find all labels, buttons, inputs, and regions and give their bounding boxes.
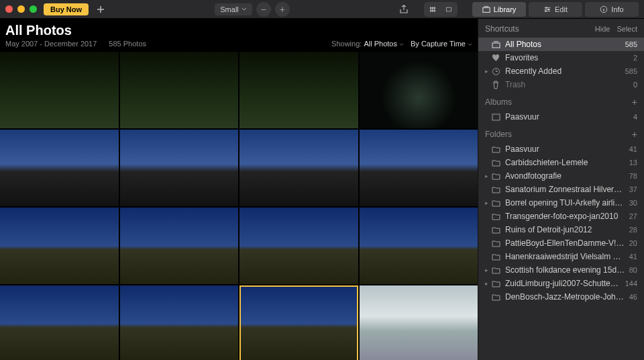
clock-icon	[490, 67, 501, 76]
disclosure-triangle[interactable]: ▸	[482, 173, 490, 179]
thumbnail-grid	[0, 50, 478, 360]
edit-tab-label: Edit	[555, 5, 568, 13]
sidebar-item[interactable]: Carbidschieten-Lemele13	[478, 156, 644, 169]
thumbnail[interactable]	[0, 130, 119, 206]
sidebar-item[interactable]: Trash0	[478, 78, 644, 91]
sidebar-item[interactable]: Paasvuur4	[478, 110, 644, 124]
album-icon	[490, 114, 501, 121]
thumbnail[interactable]	[360, 52, 478, 128]
mode-tabs: Library Edit Info	[470, 2, 639, 17]
grid-view-button[interactable]	[425, 3, 441, 16]
sidebar-item-count: 41	[629, 145, 637, 153]
library-tab[interactable]: Library	[472, 2, 526, 17]
sidebar-item[interactable]: ▸Scottish folkdance evening 15dec…80	[478, 263, 644, 277]
hide-button[interactable]: Hide	[595, 25, 610, 33]
thumbnail[interactable]	[360, 208, 478, 284]
edit-tab[interactable]: Edit	[529, 2, 582, 17]
sidebar-item[interactable]: PattieBoyd-EllenTenDamme-V!P's…20	[478, 236, 644, 250]
share-button[interactable]	[396, 3, 412, 16]
thumbnail[interactable]	[239, 208, 358, 284]
size-dropdown[interactable]: Small	[215, 3, 252, 15]
thumbnail[interactable]	[239, 52, 358, 128]
svg-rect-0	[430, 7, 431, 9]
disclosure-triangle[interactable]: ▸	[482, 199, 490, 206]
svg-point-10	[545, 10, 547, 12]
sidebar-item[interactable]: Ruins of Detroit-jun201228	[478, 223, 644, 236]
chevron-down-icon	[468, 43, 472, 46]
disclosure-triangle[interactable]: ▸	[482, 267, 490, 273]
date-range: May 2007 - December 2017	[5, 40, 97, 48]
thumbnail[interactable]	[0, 52, 119, 128]
photo-count: 585 Photos	[109, 40, 146, 48]
sidebar-item[interactable]: Transgender-foto-expo-jan201027	[478, 210, 644, 223]
add-folder-button[interactable]: +	[632, 129, 637, 140]
folders-header: Folders +	[478, 124, 644, 142]
sidebar-item[interactable]: ▸ZuidLimburg-juli2007-Schuttersf…144	[478, 277, 644, 290]
sidebar-item-count: 585	[625, 67, 637, 75]
chevron-down-icon	[241, 7, 247, 11]
sidebar-item-count: 41	[629, 253, 637, 261]
zoom-window[interactable]	[30, 5, 37, 13]
thumbnail[interactable]	[0, 208, 119, 284]
sidebar-item-count: 46	[629, 293, 637, 301]
thumbnail[interactable]	[0, 285, 119, 360]
close-window[interactable]	[5, 5, 13, 13]
showing-filter[interactable]: Showing: All Photos	[331, 40, 404, 48]
library-icon	[482, 5, 490, 13]
sidebar-item-label: Borrel opening TUI-Arkefly airline…	[505, 198, 625, 208]
sidebar-item-count: 585	[625, 40, 637, 48]
sidebar-item[interactable]: ▸Borrel opening TUI-Arkefly airline…30	[478, 196, 644, 210]
svg-rect-7	[483, 7, 490, 12]
sidebar-item-count: 78	[629, 172, 637, 180]
sidebar-item-label: Avondfotografie	[505, 171, 625, 181]
folder-icon	[490, 173, 501, 180]
svg-rect-2	[434, 7, 435, 9]
trash-icon	[490, 81, 501, 89]
size-increase-button[interactable]: +	[275, 2, 290, 17]
sidebar-item[interactable]: ▸Recently Added585	[478, 64, 644, 78]
thumbnail[interactable]	[120, 130, 239, 206]
thumbnail[interactable]	[120, 52, 239, 128]
thumbnail[interactable]	[120, 285, 239, 360]
single-view-button[interactable]	[441, 3, 457, 16]
sort-filter[interactable]: By Capture Time	[411, 40, 472, 48]
folder-icon	[490, 267, 501, 274]
sidebar-item[interactable]: Sanatorium Zonnestraal Hilversum37	[478, 183, 644, 196]
folder-icon	[490, 186, 501, 193]
sidebar-item[interactable]: Hanenkraaiwedstrijd Vielsalm 200741	[478, 250, 644, 263]
sidebar-item-label: Paasvuur	[505, 144, 625, 154]
size-decrease-button[interactable]: −	[256, 2, 271, 17]
svg-rect-6	[447, 7, 451, 11]
sidebar-item-label: Sanatorium Zonnestraal Hilversum	[505, 185, 625, 194]
disclosure-triangle[interactable]: ▸	[482, 68, 490, 75]
add-button[interactable]	[93, 3, 109, 16]
thumbnail[interactable]	[360, 285, 478, 360]
thumbnail[interactable]	[239, 285, 358, 360]
grid-icon	[430, 5, 435, 13]
content-area: All Photos May 2007 - December 2017 585 …	[0, 19, 478, 360]
thumbnail[interactable]	[239, 130, 358, 206]
sidebar-item[interactable]: All Photos585	[478, 38, 644, 51]
sidebar-item-label: DenBosch-Jazz-Metropole-JohnS…	[505, 292, 625, 302]
view-switch	[424, 2, 458, 17]
folder-icon	[490, 294, 501, 301]
folder-icon	[490, 159, 501, 167]
select-button[interactable]: Select	[616, 25, 637, 33]
thumbnail[interactable]	[120, 208, 239, 284]
info-tab[interactable]: Info	[585, 2, 639, 17]
sidebar-item[interactable]: Paasvuur41	[478, 142, 644, 156]
thumbnail[interactable]	[360, 130, 478, 206]
disclosure-triangle[interactable]: ▸	[482, 280, 490, 287]
sidebar-item-label: Recently Added	[505, 66, 621, 76]
library-tab-label: Library	[494, 5, 517, 13]
window-controls	[5, 5, 37, 13]
sidebar-item-label: Carbidschieten-Lemele	[505, 158, 625, 167]
sidebar-item[interactable]: DenBosch-Jazz-Metropole-JohnS…46	[478, 290, 644, 304]
folder-icon	[490, 280, 501, 287]
minimize-window[interactable]	[17, 5, 25, 13]
sidebar-item[interactable]: Favorites2	[478, 51, 644, 64]
sidebar-item[interactable]: ▸Avondfotografie78	[478, 169, 644, 183]
sidebar-item-count: 13	[629, 159, 637, 167]
buy-now-button[interactable]: Buy Now	[44, 3, 89, 15]
add-album-button[interactable]: +	[632, 97, 637, 107]
